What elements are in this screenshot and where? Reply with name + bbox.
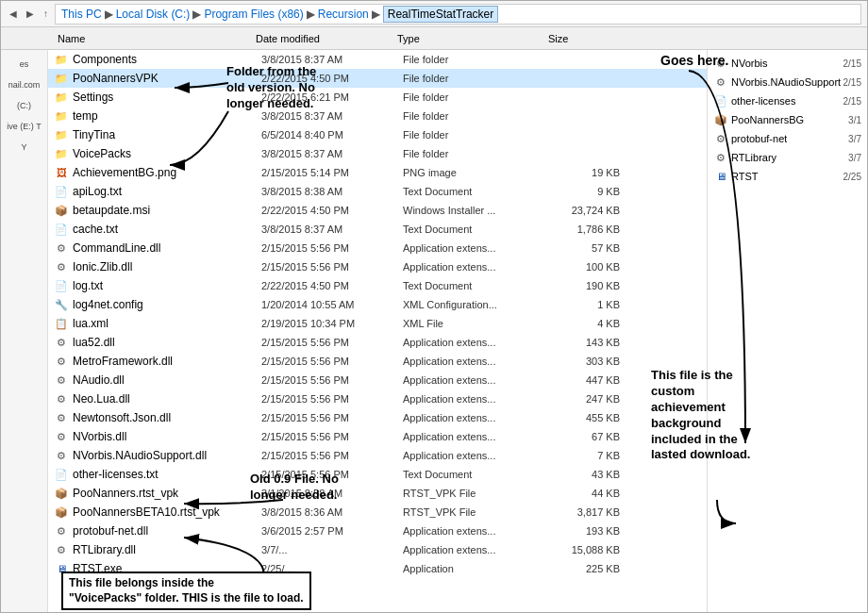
txt-icon: 📄 [54,278,69,293]
file-row[interactable]: ⚙ lua52.dll 2/15/2015 5:56 PM Applicatio… [48,333,707,352]
file-date: 2/22/2015 4:50 PM [261,73,403,84]
file-size: 247 KB [554,393,629,405]
col-header-size[interactable]: Size [544,33,620,44]
file-date: 2/25/... [261,563,403,574]
file-row[interactable]: 🖥 RTST.exe 2/25/... Application 225 KB [48,559,707,578]
file-name: NVorbis.NAudioSupport.dll [73,449,261,462]
file-row[interactable]: 📄 apiLog.txt 3/8/2015 8:38 AM Text Docum… [48,182,707,201]
right-file-date: 3/1 [848,115,861,125]
file-row[interactable]: 📦 betaupdate.msi 2/22/2015 4:50 PM Windo… [48,201,707,220]
file-row[interactable]: ⚙ NAudio.dll 2/15/2015 5:56 PM Applicati… [48,371,707,389]
file-row[interactable]: 📁 PooNannersVPK 2/22/2015 4:50 PM File f… [48,69,707,88]
file-row[interactable]: 📁 Settings 2/22/2015 6:21 PM File folder [48,88,707,107]
file-name: log.txt [73,279,261,292]
right-panel-file-row[interactable]: 🖥 RTST 2/25 [711,167,863,186]
right-file-date: 3/7 [848,134,861,144]
col-header-type[interactable]: Type [393,33,544,44]
msi-icon: 📦 [54,203,69,218]
exe-icon: 🖥 [54,561,69,576]
right-panel-file-row[interactable]: ⚙ RTLibrary 3/7 [711,148,863,167]
folder-icon: 📁 [54,90,69,105]
file-row[interactable]: 📦 PooNanners.rtst_vpk 3/1/2015 8:58 AM R… [48,484,707,503]
col-header-date[interactable]: Date modified [252,33,393,44]
right-panel-file-row[interactable]: 📄 other-licenses 2/15 [711,91,863,110]
file-row[interactable]: ⚙ MetroFramework.dll 2/15/2015 5:56 PM A… [48,352,707,371]
col-header-name[interactable]: Name [54,33,252,44]
breadcrumb-local-disk[interactable]: Local Disk (C:) [116,8,191,21]
file-row[interactable]: 📁 VoicePacks 3/8/2015 8:37 AM File folde… [48,144,707,163]
right-panel-file-row[interactable]: ⚙ NVorbis.NAudioSupport 2/15 [711,73,863,91]
dll-icon: ⚙ [54,335,69,350]
file-row[interactable]: ⚙ Ionic.Zlib.dll 2/15/2015 5:56 PM Appli… [48,257,707,276]
file-size: 303 KB [554,356,629,367]
file-row[interactable]: 📁 temp 3/8/2015 8:37 AM File folder [48,107,707,125]
file-row[interactable]: ⚙ NVorbis.dll 2/15/2015 5:56 PM Applicat… [48,427,707,446]
file-list[interactable]: 📁 Components 3/8/2015 8:37 AM File folde… [48,50,707,612]
right-file-name: protobuf-net [731,133,787,144]
file-type: Application extens... [403,412,554,423]
dll-icon: ⚙ [713,131,728,146]
file-row[interactable]: ⚙ NVorbis.NAudioSupport.dll 2/15/2015 5:… [48,446,707,465]
right-file-date: 2/15 [843,77,861,88]
left-nav-es: es [5,59,43,69]
file-date: 3/6/2015 2:57 PM [261,525,403,537]
file-row[interactable]: 📦 PooNannersBETA10.rtst_vpk 3/8/2015 8:3… [48,503,707,522]
file-size: 67 KB [554,431,629,442]
file-date: 2/15/2015 5:56 PM [261,356,403,367]
breadcrumb-recursion[interactable]: Recursion [318,8,369,21]
breadcrumb-current[interactable]: RealTimeStatTracker [383,6,498,23]
file-row[interactable]: 📄 cache.txt 3/8/2015 8:37 AM Text Docume… [48,220,707,239]
file-size: 447 KB [554,374,629,386]
file-row[interactable]: ⚙ RTLibrary.dll 3/7/... Application exte… [48,540,707,559]
file-size: 57 KB [554,242,629,254]
file-row[interactable]: 📋 lua.xml 2/19/2015 10:34 PM XML File 4 … [48,314,707,333]
dll-icon: ⚙ [713,75,728,90]
file-size: 1 KB [554,299,629,310]
file-row[interactable]: 📄 log.txt 2/22/2015 4:50 PM Text Documen… [48,276,707,295]
right-file-date: 2/15 [843,58,861,69]
folder-icon: 📁 [54,127,69,142]
file-type: File folder [403,110,554,122]
file-date: 3/8/2015 8:37 AM [261,54,403,65]
txt-icon: 📄 [54,467,69,482]
file-row[interactable]: 🖼 AchievementBG.png 2/15/2015 5:14 PM PN… [48,163,707,182]
right-file-date: 2/25 [843,172,861,182]
forward-button[interactable]: ▶ [24,8,37,20]
file-row[interactable]: 📄 other-licenses.txt 2/15/2015 5:56 PM T… [48,465,707,484]
vpk-icon: 📦 [713,112,728,127]
file-date: 2/22/2015 6:21 PM [261,91,403,103]
right-panel-file-row[interactable]: ⚙ NVorbis 2/15 [711,54,863,73]
right-file-name: RTLibrary [731,152,776,163]
vpk-icon: 📦 [54,505,69,520]
file-type: Application extens... [403,242,554,254]
file-row[interactable]: 🔧 log4net.config 1/20/2014 10:55 AM XML … [48,295,707,314]
file-row[interactable]: ⚙ protobuf-net.dll 3/6/2015 2:57 PM Appl… [48,522,707,540]
txt-icon: 📄 [54,222,69,237]
file-date: 2/15/2015 5:56 PM [261,393,403,405]
dll-icon: ⚙ [54,240,69,256]
exe-icon: 🖥 [713,169,728,184]
file-row[interactable]: ⚙ Neo.Lua.dll 2/15/2015 5:56 PM Applicat… [48,389,707,408]
file-name: PooNannersBETA10.rtst_vpk [73,505,261,519]
address-bar: ◀ ▶ ↑ This PC ▶ Local Disk (C:) ▶ Progra… [1,1,867,27]
dll-icon: ⚙ [54,410,69,425]
breadcrumb[interactable]: This PC ▶ Local Disk (C:) ▶ Program File… [55,4,861,25]
dll-icon: ⚙ [54,448,69,463]
file-type: Application extens... [403,337,554,348]
file-size: 225 KB [554,563,629,574]
breadcrumb-this-pc[interactable]: This PC [61,8,102,21]
file-row[interactable]: 📁 TinyTina 6/5/2014 8:40 PM File folder [48,125,707,144]
up-button[interactable]: ↑ [41,8,51,20]
file-type: Text Document [403,224,554,235]
file-size: 455 KB [554,412,629,423]
right-panel-file-row[interactable]: ⚙ protobuf-net 3/7 [711,129,863,148]
dll-icon: ⚙ [54,373,69,388]
file-name: RTLibrary.dll [73,543,261,556]
file-name: MetroFramework.dll [73,355,261,368]
breadcrumb-program-files[interactable]: Program Files (x86) [204,8,303,21]
back-button[interactable]: ◀ [7,8,20,20]
right-panel-file-row[interactable]: 📦 PooNannersBG 3/1 [711,110,863,129]
file-row[interactable]: ⚙ Newtonsoft.Json.dll 2/15/2015 5:56 PM … [48,408,707,427]
file-row[interactable]: ⚙ CommandLine.dll 2/15/2015 5:56 PM Appl… [48,239,707,257]
file-row[interactable]: 📁 Components 3/8/2015 8:37 AM File folde… [48,50,707,69]
